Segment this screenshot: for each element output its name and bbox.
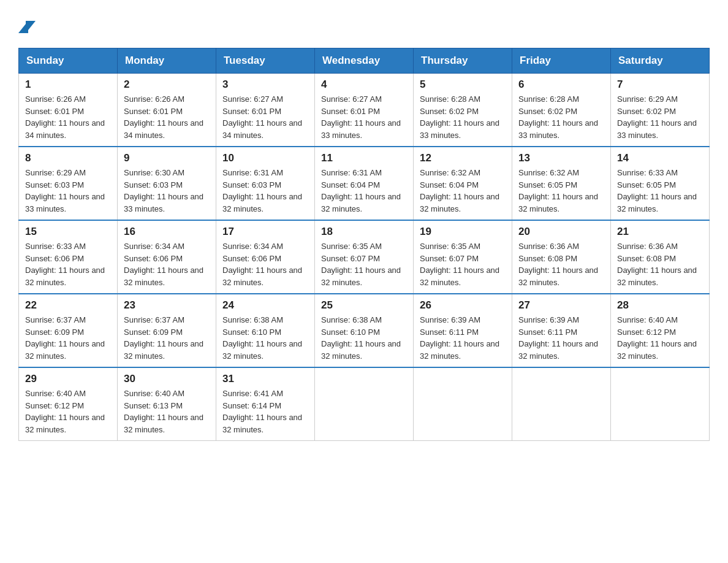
day-info: Sunrise: 6:39 AMSunset: 6:11 PMDaylight:… xyxy=(420,314,506,362)
day-info: Sunrise: 6:37 AMSunset: 6:09 PMDaylight:… xyxy=(124,314,210,362)
calendar-header-tuesday: Tuesday xyxy=(216,48,315,74)
day-number: 7 xyxy=(617,79,703,91)
day-info: Sunrise: 6:32 AMSunset: 6:04 PMDaylight:… xyxy=(420,167,506,215)
day-info: Sunrise: 6:39 AMSunset: 6:11 PMDaylight:… xyxy=(518,314,604,362)
calendar-cell: 1Sunrise: 6:26 AMSunset: 6:01 PMDaylight… xyxy=(19,74,118,147)
day-number: 30 xyxy=(124,373,210,385)
calendar-cell xyxy=(414,367,512,441)
calendar-cell xyxy=(315,367,414,441)
day-info: Sunrise: 6:35 AMSunset: 6:07 PMDaylight:… xyxy=(420,240,506,288)
day-number: 13 xyxy=(518,152,604,164)
day-number: 10 xyxy=(222,152,308,164)
day-info: Sunrise: 6:40 AMSunset: 6:12 PMDaylight:… xyxy=(25,388,111,435)
logo xyxy=(18,18,40,36)
page-header xyxy=(18,18,710,36)
day-number: 3 xyxy=(222,79,308,91)
day-number: 16 xyxy=(124,226,210,238)
day-number: 18 xyxy=(321,226,407,238)
day-number: 17 xyxy=(222,226,308,238)
calendar-week-row: 8Sunrise: 6:29 AMSunset: 6:03 PMDaylight… xyxy=(19,147,710,220)
calendar-week-row: 22Sunrise: 6:37 AMSunset: 6:09 PMDayligh… xyxy=(19,294,710,367)
day-number: 23 xyxy=(124,299,210,312)
day-number: 21 xyxy=(617,226,703,238)
day-info: Sunrise: 6:40 AMSunset: 6:13 PMDaylight:… xyxy=(124,388,210,435)
calendar-cell: 17Sunrise: 6:34 AMSunset: 6:06 PMDayligh… xyxy=(216,220,315,294)
calendar-cell: 22Sunrise: 6:37 AMSunset: 6:09 PMDayligh… xyxy=(19,294,118,367)
calendar-cell: 30Sunrise: 6:40 AMSunset: 6:13 PMDayligh… xyxy=(118,367,216,441)
calendar-cell: 31Sunrise: 6:41 AMSunset: 6:14 PMDayligh… xyxy=(216,367,315,441)
calendar-cell: 9Sunrise: 6:30 AMSunset: 6:03 PMDaylight… xyxy=(118,147,216,220)
logo-triangle2-icon xyxy=(26,21,36,33)
day-info: Sunrise: 6:33 AMSunset: 6:06 PMDaylight:… xyxy=(25,240,111,288)
day-number: 25 xyxy=(321,299,407,312)
calendar-cell: 14Sunrise: 6:33 AMSunset: 6:05 PMDayligh… xyxy=(611,147,710,220)
calendar-cell: 18Sunrise: 6:35 AMSunset: 6:07 PMDayligh… xyxy=(315,220,414,294)
calendar-cell: 26Sunrise: 6:39 AMSunset: 6:11 PMDayligh… xyxy=(414,294,512,367)
calendar-cell: 29Sunrise: 6:40 AMSunset: 6:12 PMDayligh… xyxy=(19,367,118,441)
calendar-cell: 21Sunrise: 6:36 AMSunset: 6:08 PMDayligh… xyxy=(611,220,710,294)
day-number: 27 xyxy=(518,299,604,312)
calendar-cell: 27Sunrise: 6:39 AMSunset: 6:11 PMDayligh… xyxy=(512,294,611,367)
day-info: Sunrise: 6:31 AMSunset: 6:04 PMDaylight:… xyxy=(321,167,407,215)
calendar-cell: 11Sunrise: 6:31 AMSunset: 6:04 PMDayligh… xyxy=(315,147,414,220)
day-number: 29 xyxy=(25,373,111,385)
calendar-cell: 10Sunrise: 6:31 AMSunset: 6:03 PMDayligh… xyxy=(216,147,315,220)
calendar-header-sunday: Sunday xyxy=(19,48,118,74)
calendar-cell: 25Sunrise: 6:38 AMSunset: 6:10 PMDayligh… xyxy=(315,294,414,367)
calendar-header-monday: Monday xyxy=(118,48,216,74)
calendar-header-thursday: Thursday xyxy=(414,48,512,74)
calendar-header-saturday: Saturday xyxy=(611,48,710,74)
day-info: Sunrise: 6:26 AMSunset: 6:01 PMDaylight:… xyxy=(124,93,210,141)
calendar-header-friday: Friday xyxy=(512,48,611,74)
day-info: Sunrise: 6:30 AMSunset: 6:03 PMDaylight:… xyxy=(124,167,210,215)
day-info: Sunrise: 6:27 AMSunset: 6:01 PMDaylight:… xyxy=(321,93,407,141)
day-info: Sunrise: 6:38 AMSunset: 6:10 PMDaylight:… xyxy=(222,314,308,362)
day-number: 1 xyxy=(25,79,111,91)
calendar-cell: 3Sunrise: 6:27 AMSunset: 6:01 PMDaylight… xyxy=(216,74,315,147)
calendar-week-row: 1Sunrise: 6:26 AMSunset: 6:01 PMDaylight… xyxy=(19,74,710,147)
day-number: 24 xyxy=(222,299,308,312)
calendar-cell: 15Sunrise: 6:33 AMSunset: 6:06 PMDayligh… xyxy=(19,220,118,294)
day-number: 31 xyxy=(222,373,308,385)
calendar-cell: 5Sunrise: 6:28 AMSunset: 6:02 PMDaylight… xyxy=(414,74,512,147)
day-number: 19 xyxy=(420,226,506,238)
day-info: Sunrise: 6:28 AMSunset: 6:02 PMDaylight:… xyxy=(420,93,506,141)
calendar-cell: 7Sunrise: 6:29 AMSunset: 6:02 PMDaylight… xyxy=(611,74,710,147)
day-info: Sunrise: 6:35 AMSunset: 6:07 PMDaylight:… xyxy=(321,240,407,288)
day-info: Sunrise: 6:38 AMSunset: 6:10 PMDaylight:… xyxy=(321,314,407,362)
day-info: Sunrise: 6:36 AMSunset: 6:08 PMDaylight:… xyxy=(518,240,604,288)
day-number: 20 xyxy=(518,226,604,238)
day-info: Sunrise: 6:34 AMSunset: 6:06 PMDaylight:… xyxy=(222,240,308,288)
calendar-header-wednesday: Wednesday xyxy=(315,48,414,74)
day-info: Sunrise: 6:34 AMSunset: 6:06 PMDaylight:… xyxy=(124,240,210,288)
day-number: 12 xyxy=(420,152,506,164)
calendar-cell: 6Sunrise: 6:28 AMSunset: 6:02 PMDaylight… xyxy=(512,74,611,147)
day-number: 26 xyxy=(420,299,506,312)
calendar-week-row: 15Sunrise: 6:33 AMSunset: 6:06 PMDayligh… xyxy=(19,220,710,294)
logo-blue-text xyxy=(18,18,40,36)
calendar-cell: 4Sunrise: 6:27 AMSunset: 6:01 PMDaylight… xyxy=(315,74,414,147)
calendar-cell: 19Sunrise: 6:35 AMSunset: 6:07 PMDayligh… xyxy=(414,220,512,294)
day-info: Sunrise: 6:37 AMSunset: 6:09 PMDaylight:… xyxy=(25,314,111,362)
day-info: Sunrise: 6:29 AMSunset: 6:03 PMDaylight:… xyxy=(25,167,111,215)
day-info: Sunrise: 6:40 AMSunset: 6:12 PMDaylight:… xyxy=(617,314,703,362)
calendar-cell: 12Sunrise: 6:32 AMSunset: 6:04 PMDayligh… xyxy=(414,147,512,220)
calendar-table: SundayMondayTuesdayWednesdayThursdayFrid… xyxy=(18,48,710,441)
calendar-cell: 20Sunrise: 6:36 AMSunset: 6:08 PMDayligh… xyxy=(512,220,611,294)
calendar-cell: 2Sunrise: 6:26 AMSunset: 6:01 PMDaylight… xyxy=(118,74,216,147)
day-number: 8 xyxy=(25,152,111,164)
day-number: 2 xyxy=(124,79,210,91)
day-info: Sunrise: 6:28 AMSunset: 6:02 PMDaylight:… xyxy=(518,93,604,141)
day-number: 15 xyxy=(25,226,111,238)
day-number: 4 xyxy=(321,79,407,91)
day-number: 11 xyxy=(321,152,407,164)
day-number: 28 xyxy=(617,299,703,312)
day-number: 14 xyxy=(617,152,703,164)
day-info: Sunrise: 6:33 AMSunset: 6:05 PMDaylight:… xyxy=(617,167,703,215)
calendar-cell xyxy=(512,367,611,441)
day-info: Sunrise: 6:27 AMSunset: 6:01 PMDaylight:… xyxy=(222,93,308,141)
day-info: Sunrise: 6:29 AMSunset: 6:02 PMDaylight:… xyxy=(617,93,703,141)
day-number: 6 xyxy=(518,79,604,91)
day-number: 5 xyxy=(420,79,506,91)
calendar-header-row: SundayMondayTuesdayWednesdayThursdayFrid… xyxy=(19,48,710,74)
